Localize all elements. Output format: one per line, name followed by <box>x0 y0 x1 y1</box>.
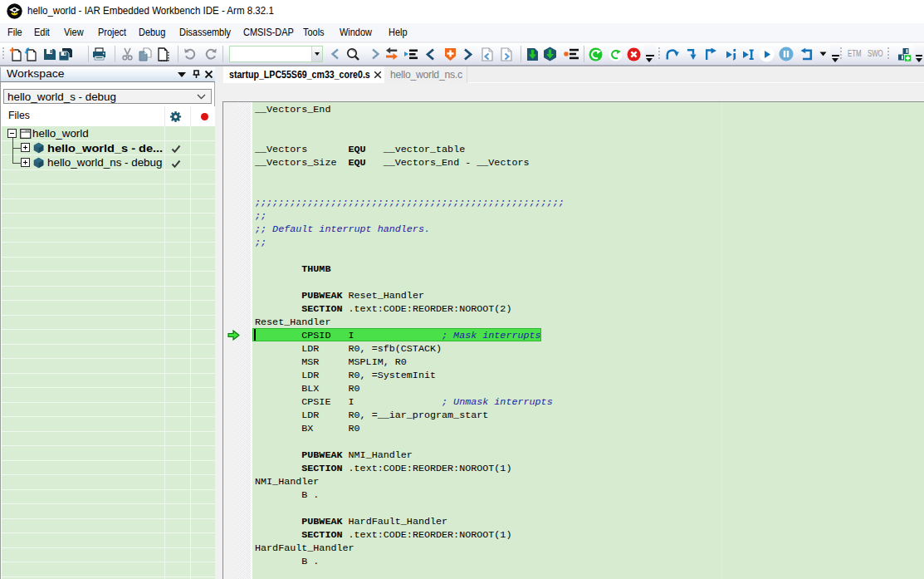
toggle-bookmark-button[interactable] <box>442 45 460 63</box>
stop-debugging-button[interactable] <box>625 45 643 63</box>
run-to-cursor-icon <box>742 48 755 61</box>
tree-row-separator <box>2 416 215 417</box>
previous-file-button[interactable] <box>478 45 496 63</box>
save-all-button[interactable] <box>56 45 75 63</box>
menu-item-project[interactable]: Project <box>98 23 126 42</box>
menu-item-file[interactable]: File <box>7 23 22 42</box>
dropdown-triangle-icon[interactable] <box>177 70 187 79</box>
collapse-box-icon[interactable] <box>7 129 17 138</box>
find-dropdown-button[interactable] <box>311 47 322 61</box>
find-next-button[interactable] <box>366 45 384 63</box>
module-hexagon-icon <box>33 157 44 171</box>
code-text: Reset_Handler <box>343 290 424 302</box>
menu-item-window[interactable]: Window <box>340 23 372 42</box>
code-area[interactable]: __Vectors_End__Vectors EQU __vector_tabl… <box>252 102 924 579</box>
step-out-button[interactable] <box>702 45 720 63</box>
pin-icon[interactable] <box>192 70 201 79</box>
run-to-cursor-button[interactable] <box>739 45 757 63</box>
navigate-swap-button[interactable] <box>383 45 401 63</box>
open-document-button[interactable] <box>22 45 40 63</box>
menu-item-cmsis-dap[interactable]: CMSIS-DAP <box>243 23 294 42</box>
next-bookmark-button[interactable] <box>459 45 477 63</box>
swo-trace-button[interactable]: SWO <box>868 45 883 63</box>
tree-item-hello-world[interactable]: hello_world <box>2 126 215 140</box>
tree-row-separator <box>2 213 215 213</box>
configuration-dropdown[interactable]: hello_world_s - debug <box>3 89 212 104</box>
toolbar-overflow-button[interactable] <box>914 44 924 65</box>
download-and-debug-button[interactable] <box>523 45 541 63</box>
reset-target-button[interactable] <box>587 45 605 63</box>
trace-blocks-button[interactable] <box>895 45 913 63</box>
previous-bookmark-button[interactable] <box>421 45 439 63</box>
code-line: LDR R0, =__iar_program_start <box>255 409 488 422</box>
code-text: __Vectors_End - __Vectors <box>366 157 530 169</box>
break-button[interactable] <box>777 45 795 63</box>
restart-debugger-button[interactable] <box>606 45 624 63</box>
breakpoints-list-button[interactable] <box>562 45 580 63</box>
reset-button[interactable] <box>798 45 816 63</box>
cut-icon <box>121 47 134 61</box>
tab-hello-world-ns[interactable]: hello_world_ns.c <box>384 66 467 83</box>
toolbar-grip[interactable] <box>887 47 891 61</box>
code-text: LDR R0, =sfb(CSTACK) <box>255 343 442 355</box>
menu-bar: FileEditViewProjectDebugDisassemblyCMSIS… <box>0 23 924 42</box>
code-text: CPSID I <box>255 330 442 341</box>
code-text: __vector_table <box>366 144 466 155</box>
next-statement-button[interactable] <box>721 45 740 63</box>
tree-row-separator <box>2 300 215 301</box>
menu-item-edit[interactable]: Edit <box>34 23 50 42</box>
close-icon[interactable] <box>204 70 213 79</box>
undo-button[interactable] <box>181 45 199 63</box>
tree-item-hello-world-s-de-[interactable]: hello_world_s - de... <box>2 141 215 155</box>
go-button[interactable] <box>757 45 775 63</box>
step-out-icon <box>705 48 717 61</box>
next-file-button[interactable] <box>497 45 516 63</box>
expand-box-icon[interactable] <box>21 158 30 167</box>
workspace-panel: Workspace hello_world_s - debug Files he… <box>0 67 215 579</box>
toolbar-grip[interactable] <box>658 47 662 61</box>
step-over-button[interactable] <box>664 45 682 63</box>
step-into-button[interactable] <box>682 45 701 63</box>
find-input[interactable] <box>230 47 311 61</box>
redo-button[interactable] <box>202 45 220 63</box>
overflow-triangle-icon <box>832 58 838 62</box>
toolbar-overflow-button[interactable] <box>644 44 656 65</box>
code-text <box>255 516 301 527</box>
expand-box-icon[interactable] <box>21 143 30 152</box>
paste-button[interactable] <box>154 45 173 63</box>
toolbar-grip[interactable] <box>2 47 6 61</box>
file-chevron-left-icon <box>481 47 494 61</box>
find-previous-button[interactable] <box>325 45 344 63</box>
menu-item-debug[interactable]: Debug <box>139 23 165 42</box>
menu-item-help[interactable]: Help <box>389 23 408 42</box>
tree-row-separator <box>2 460 215 461</box>
undo-icon <box>183 47 197 61</box>
code-line: PUBWEAK HardFault_Handler <box>255 515 447 528</box>
editor-gutter[interactable] <box>223 102 238 579</box>
debug-without-downloading-button[interactable] <box>540 45 559 63</box>
code-text: Reset_Handler <box>255 316 330 328</box>
code-comment: ; Unmask interrupts <box>442 396 553 408</box>
tab-startup-file[interactable]: startup_LPC55S69_cm33_core0.s <box>223 66 384 83</box>
go-to-definition-button[interactable] <box>402 45 420 63</box>
find-combobox[interactable] <box>229 46 323 62</box>
menu-item-tools[interactable]: Tools <box>303 23 325 42</box>
copy-button[interactable] <box>136 45 154 63</box>
workspace-tree: hello_worldhello_world_s - de...hello_wo… <box>2 126 215 579</box>
tree-item-label: hello_world <box>32 127 89 140</box>
close-tab-icon[interactable] <box>374 71 382 79</box>
reset-options-dropdown[interactable] <box>817 45 829 63</box>
cut-button[interactable] <box>118 45 136 63</box>
menu-item-disassembly[interactable]: Disassembly <box>179 23 231 42</box>
tree-item-hello-world-ns-debug[interactable]: hello_world_ns - debug <box>2 155 215 169</box>
print-button[interactable] <box>90 45 108 63</box>
menu-item-view[interactable]: View <box>64 23 84 42</box>
breakpoint-dot-icon[interactable] <box>201 113 208 120</box>
editor-fold-margin <box>238 102 251 579</box>
toolbar-grip[interactable] <box>840 47 843 61</box>
gear-icon[interactable] <box>169 110 182 123</box>
workspace-caption-bar[interactable]: Workspace <box>0 67 215 81</box>
code-line: SECTION .text:CODE:REORDER:NOROOT(2) <box>255 302 511 316</box>
find-button[interactable] <box>344 45 362 63</box>
etm-trace-button[interactable]: ETM <box>848 45 861 63</box>
